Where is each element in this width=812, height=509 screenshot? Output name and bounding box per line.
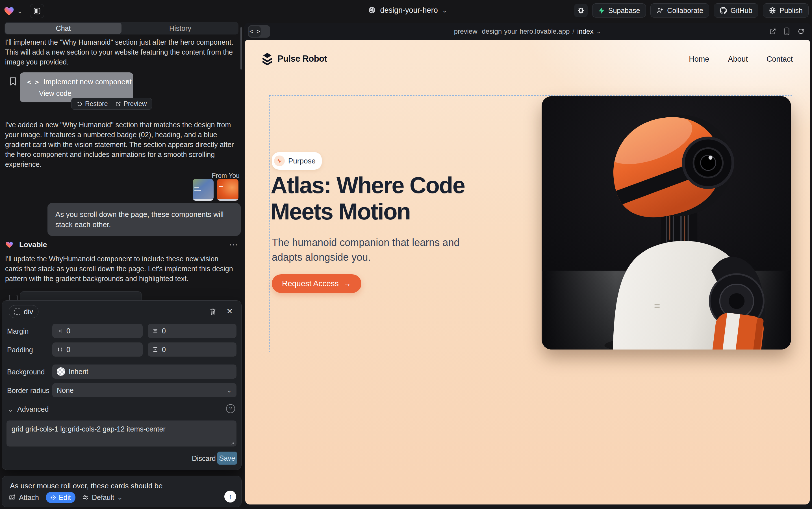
advanced-toggle[interactable]: ⌄ Advanced bbox=[8, 405, 48, 413]
brand-name: Pulse Robot bbox=[278, 54, 327, 64]
padding-x-input[interactable]: 0 bbox=[52, 342, 143, 357]
collaborate-label: Collaborate bbox=[667, 6, 703, 15]
transparency-swatch-icon bbox=[57, 367, 65, 376]
supabase-label: Supabase bbox=[608, 6, 640, 15]
open-external-icon[interactable] bbox=[769, 28, 776, 35]
padding-x-value: 0 bbox=[66, 345, 70, 354]
attach-button[interactable]: Attach bbox=[9, 494, 39, 502]
app-root: ⌄ design-your-hero ⌄ Supabase bbox=[0, 0, 812, 509]
sidebar-toggle-button[interactable] bbox=[30, 4, 44, 18]
assistant-message-1: I'll implement the "Why Humanoid" sectio… bbox=[5, 37, 234, 67]
collaborate-icon bbox=[656, 7, 664, 14]
discard-button[interactable]: Discard bbox=[192, 454, 216, 463]
attach-label: Attach bbox=[19, 494, 39, 502]
request-access-button[interactable]: Request Access → bbox=[272, 274, 361, 293]
margin-y-input[interactable]: 0 bbox=[148, 324, 236, 338]
hero-robot-image bbox=[542, 96, 791, 349]
preview-button[interactable]: Preview bbox=[115, 100, 147, 108]
preview-url-bar[interactable]: preview--design-your-hero.lovable.app / … bbox=[244, 23, 811, 40]
classes-textarea[interactable]: grid grid-cols-1 lg:grid-cols-2 gap-12 i… bbox=[6, 420, 236, 446]
attachment-thumbnail-orange[interactable]: ▬▬ bbox=[217, 179, 238, 201]
arrow-up-icon: ↑ bbox=[229, 493, 232, 501]
preview-topbar: < > preview--design-your-hero.lovable.ap… bbox=[244, 23, 811, 40]
preview-page: index bbox=[577, 27, 593, 35]
chevron-down-icon[interactable]: ⌄ bbox=[17, 8, 23, 14]
site-nav: Home About Contact bbox=[689, 55, 793, 64]
help-icon[interactable]: ? bbox=[226, 404, 235, 413]
preview-host: preview--design-your-hero.lovable.app bbox=[454, 27, 570, 35]
gear-icon bbox=[577, 6, 585, 14]
composer-toolbar: Attach Edit Default ⌄ bbox=[9, 492, 123, 503]
mode-label: Default bbox=[92, 494, 114, 502]
lovable-heart-icon bbox=[5, 240, 13, 249]
lovable-logo[interactable] bbox=[3, 5, 15, 17]
attachment-thumbnail-blue[interactable]: ▬▬▬▬▬ bbox=[193, 179, 214, 201]
send-button[interactable]: ↑ bbox=[224, 490, 236, 503]
mode-select[interactable]: Default ⌄ bbox=[82, 494, 123, 502]
element-tag-pill[interactable]: div bbox=[9, 305, 38, 318]
nav-home[interactable]: Home bbox=[689, 55, 709, 64]
nav-about[interactable]: About bbox=[728, 55, 748, 64]
sliders-icon bbox=[82, 494, 89, 501]
collaborate-button[interactable]: Collaborate bbox=[651, 3, 709, 18]
background-input[interactable]: Inherit bbox=[52, 365, 236, 379]
view-code-link[interactable]: View code bbox=[39, 89, 72, 98]
assistant-message-3: I'll update the WhyHumanoid component to… bbox=[5, 254, 234, 284]
chat-composer[interactable]: As user mouse roll over, these cards sho… bbox=[2, 476, 242, 507]
topbar-actions: Supabase Collaborate GitHub Publish bbox=[574, 3, 809, 18]
lovable-name: Lovable bbox=[19, 240, 47, 249]
margin-label: Margin bbox=[7, 327, 29, 335]
from-you-label: From You bbox=[183, 172, 239, 179]
publish-label: Publish bbox=[779, 6, 803, 15]
site-preview: Pulse Robot Home About Contact Purpose A… bbox=[245, 40, 810, 505]
code-icon: < > bbox=[27, 78, 39, 86]
preview-label: Preview bbox=[124, 100, 147, 108]
margin-y-value: 0 bbox=[162, 327, 166, 335]
close-icon[interactable]: ✕ bbox=[226, 307, 233, 316]
message-menu-icon[interactable]: ⋯ bbox=[229, 239, 238, 250]
border-radius-select[interactable]: None ⌄ bbox=[52, 383, 236, 397]
border-radius-label: Border radius bbox=[7, 386, 49, 395]
padding-y-icon bbox=[152, 346, 158, 352]
github-icon bbox=[719, 7, 727, 14]
hero-subheading: The humanoid companion that learns and a… bbox=[272, 235, 492, 265]
save-button[interactable]: Save bbox=[217, 451, 237, 465]
hero-heading: Atlas: Where Code Meets Motion bbox=[271, 172, 502, 225]
margin-x-icon bbox=[57, 328, 63, 334]
element-inspector-panel: div ✕ Margin 0 0 Padding 0 bbox=[2, 300, 242, 470]
project-switcher[interactable]: design-your-hero ⌄ bbox=[368, 0, 447, 20]
chevron-down-icon: ⌄ bbox=[117, 494, 123, 501]
cta-label: Request Access bbox=[282, 279, 339, 288]
project-name: design-your-hero bbox=[380, 6, 438, 15]
site-logo[interactable]: Pulse Robot bbox=[261, 52, 327, 66]
restore-button[interactable]: Restore bbox=[77, 100, 108, 108]
chat-tabs: Chat History bbox=[4, 22, 238, 34]
margin-x-value: 0 bbox=[66, 327, 70, 335]
tab-chat[interactable]: Chat bbox=[5, 23, 121, 34]
tab-history[interactable]: History bbox=[122, 22, 238, 34]
github-button[interactable]: GitHub bbox=[714, 3, 758, 18]
chevron-down-icon: ⌄ bbox=[8, 406, 13, 413]
element-tag: div bbox=[24, 307, 33, 316]
composer-input[interactable]: As user mouse roll over, these cards sho… bbox=[10, 482, 163, 490]
margin-x-input[interactable]: 0 bbox=[52, 324, 143, 338]
bookmark-icon[interactable] bbox=[9, 77, 17, 86]
trash-icon[interactable] bbox=[209, 308, 216, 316]
chat-scrollbar[interactable] bbox=[241, 27, 242, 70]
settings-button[interactable] bbox=[574, 4, 588, 17]
user-message-bubble: As you scroll down the page, these compo… bbox=[47, 203, 241, 236]
background-value: Inherit bbox=[69, 368, 88, 376]
nav-contact[interactable]: Contact bbox=[767, 55, 793, 64]
background-label: Background bbox=[7, 368, 45, 376]
border-radius-value: None bbox=[57, 386, 74, 395]
attach-image-icon bbox=[9, 494, 16, 501]
supabase-button[interactable]: Supabase bbox=[592, 3, 646, 18]
resize-handle-icon[interactable] bbox=[230, 440, 234, 445]
publish-button[interactable]: Publish bbox=[763, 3, 809, 18]
mobile-view-icon[interactable] bbox=[784, 27, 790, 35]
partial-bookmark-icon bbox=[9, 295, 17, 300]
edit-mode-button[interactable]: Edit bbox=[46, 492, 75, 503]
padding-y-input[interactable]: 0 bbox=[148, 342, 236, 357]
refresh-icon[interactable] bbox=[797, 28, 805, 35]
badge-label: Purpose bbox=[288, 157, 316, 165]
